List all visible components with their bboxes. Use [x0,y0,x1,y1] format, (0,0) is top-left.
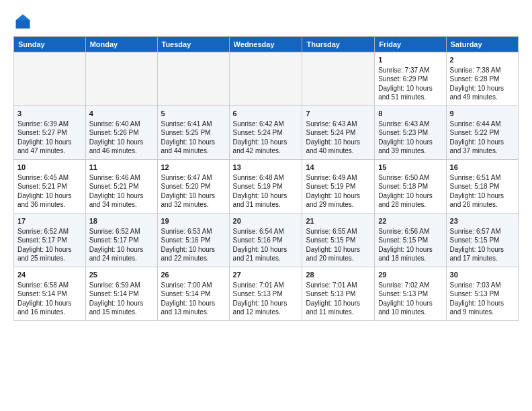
day-info: Sunrise: 6:39 AM Sunset: 5:27 PM Dayligh… [17,120,82,156]
day-info: Sunrise: 7:01 AM Sunset: 5:13 PM Dayligh… [233,281,299,317]
calendar-cell: 18Sunrise: 6:52 AM Sunset: 5:17 PM Dayli… [85,214,157,267]
calendar-cell: 30Sunrise: 7:03 AM Sunset: 5:13 PM Dayli… [446,267,518,321]
day-number: 24 [17,270,82,280]
weekday-header-wednesday: Wednesday [229,37,302,52]
calendar-cell: 9Sunrise: 6:44 AM Sunset: 5:22 PM Daylig… [446,106,518,160]
day-number: 7 [306,109,371,119]
header [13,12,519,31]
calendar-cell: 10Sunrise: 6:45 AM Sunset: 5:21 PM Dayli… [14,160,86,214]
day-number: 3 [17,109,82,119]
calendar-cell [157,52,229,106]
calendar-cell: 12Sunrise: 6:47 AM Sunset: 5:20 PM Dayli… [157,160,229,214]
weekday-header-sunday: Sunday [14,37,86,52]
calendar-cell: 2Sunrise: 7:38 AM Sunset: 6:28 PM Daylig… [446,52,518,106]
weekday-header-row: SundayMondayTuesdayWednesdayThursdayFrid… [14,37,519,52]
day-number: 2 [450,55,515,65]
day-number: 17 [17,216,82,226]
day-number: 26 [161,270,226,280]
week-row-2: 10Sunrise: 6:45 AM Sunset: 5:21 PM Dayli… [14,160,519,214]
week-row-0: 1Sunrise: 7:37 AM Sunset: 6:29 PM Daylig… [14,52,519,106]
day-number: 4 [89,109,154,119]
calendar-cell: 16Sunrise: 6:51 AM Sunset: 5:18 PM Dayli… [446,160,518,214]
day-info: Sunrise: 6:59 AM Sunset: 5:14 PM Dayligh… [89,281,154,317]
day-info: Sunrise: 6:51 AM Sunset: 5:18 PM Dayligh… [450,173,515,210]
calendar-cell: 15Sunrise: 6:50 AM Sunset: 5:18 PM Dayli… [375,160,446,214]
day-info: Sunrise: 6:52 AM Sunset: 5:17 PM Dayligh… [17,227,82,263]
weekday-header-thursday: Thursday [302,37,375,52]
day-info: Sunrise: 6:46 AM Sunset: 5:21 PM Dayligh… [89,173,154,210]
calendar-cell: 26Sunrise: 7:00 AM Sunset: 5:14 PM Dayli… [157,267,229,321]
day-number: 5 [161,109,226,119]
day-number: 10 [17,163,82,173]
day-number: 1 [378,55,442,65]
day-info: Sunrise: 6:49 AM Sunset: 5:19 PM Dayligh… [306,173,371,210]
calendar-cell [229,52,302,106]
day-info: Sunrise: 7:38 AM Sunset: 6:28 PM Dayligh… [450,66,515,102]
calendar-cell: 11Sunrise: 6:46 AM Sunset: 5:21 PM Dayli… [85,160,157,214]
week-row-4: 24Sunrise: 6:58 AM Sunset: 5:14 PM Dayli… [14,267,519,321]
calendar: SundayMondayTuesdayWednesdayThursdayFrid… [13,36,519,321]
day-number: 19 [161,216,226,226]
calendar-cell: 14Sunrise: 6:49 AM Sunset: 5:19 PM Dayli… [302,160,375,214]
day-number: 14 [306,163,371,173]
day-info: Sunrise: 7:03 AM Sunset: 5:13 PM Dayligh… [450,281,515,317]
day-info: Sunrise: 6:40 AM Sunset: 5:26 PM Dayligh… [89,120,154,156]
calendar-cell: 27Sunrise: 7:01 AM Sunset: 5:13 PM Dayli… [229,267,302,321]
day-number: 9 [450,109,515,119]
day-info: Sunrise: 7:37 AM Sunset: 6:29 PM Dayligh… [378,66,442,102]
calendar-cell: 23Sunrise: 6:57 AM Sunset: 5:15 PM Dayli… [446,214,518,267]
day-info: Sunrise: 6:42 AM Sunset: 5:24 PM Dayligh… [233,120,299,156]
day-info: Sunrise: 6:41 AM Sunset: 5:25 PM Dayligh… [161,120,226,156]
calendar-cell: 21Sunrise: 6:55 AM Sunset: 5:15 PM Dayli… [302,214,375,267]
day-number: 29 [378,270,442,280]
day-info: Sunrise: 7:02 AM Sunset: 5:13 PM Dayligh… [378,281,442,317]
day-info: Sunrise: 6:55 AM Sunset: 5:15 PM Dayligh… [306,227,371,263]
day-number: 28 [306,270,371,280]
week-row-3: 17Sunrise: 6:52 AM Sunset: 5:17 PM Dayli… [14,214,519,267]
day-number: 23 [450,216,515,226]
page: SundayMondayTuesdayWednesdayThursdayFrid… [0,0,532,328]
day-number: 21 [306,216,371,226]
calendar-cell: 24Sunrise: 6:58 AM Sunset: 5:14 PM Dayli… [14,267,86,321]
day-number: 12 [161,163,226,173]
day-info: Sunrise: 6:54 AM Sunset: 5:16 PM Dayligh… [233,227,299,263]
weekday-header-friday: Friday [375,37,446,52]
calendar-cell: 25Sunrise: 6:59 AM Sunset: 5:14 PM Dayli… [85,267,157,321]
calendar-cell: 8Sunrise: 6:43 AM Sunset: 5:23 PM Daylig… [375,106,446,160]
calendar-cell: 6Sunrise: 6:42 AM Sunset: 5:24 PM Daylig… [229,106,302,160]
calendar-cell: 1Sunrise: 7:37 AM Sunset: 6:29 PM Daylig… [375,52,446,106]
day-info: Sunrise: 6:43 AM Sunset: 5:24 PM Dayligh… [306,120,371,156]
day-number: 25 [89,270,154,280]
day-info: Sunrise: 7:01 AM Sunset: 5:13 PM Dayligh… [306,281,371,317]
day-info: Sunrise: 6:45 AM Sunset: 5:21 PM Dayligh… [17,173,82,210]
calendar-cell: 22Sunrise: 6:56 AM Sunset: 5:15 PM Dayli… [375,214,446,267]
day-number: 6 [233,109,299,119]
day-info: Sunrise: 6:43 AM Sunset: 5:23 PM Dayligh… [378,120,442,156]
day-info: Sunrise: 6:48 AM Sunset: 5:19 PM Dayligh… [233,173,299,210]
day-info: Sunrise: 6:50 AM Sunset: 5:18 PM Dayligh… [378,173,442,210]
calendar-cell: 4Sunrise: 6:40 AM Sunset: 5:26 PM Daylig… [85,106,157,160]
calendar-cell: 17Sunrise: 6:52 AM Sunset: 5:17 PM Dayli… [14,214,86,267]
day-number: 15 [378,163,442,173]
calendar-cell: 3Sunrise: 6:39 AM Sunset: 5:27 PM Daylig… [14,106,86,160]
day-info: Sunrise: 6:52 AM Sunset: 5:17 PM Dayligh… [89,227,154,263]
calendar-cell: 19Sunrise: 6:53 AM Sunset: 5:16 PM Dayli… [157,214,229,267]
day-info: Sunrise: 6:53 AM Sunset: 5:16 PM Dayligh… [161,227,226,263]
day-number: 11 [89,163,154,173]
calendar-cell: 5Sunrise: 6:41 AM Sunset: 5:25 PM Daylig… [157,106,229,160]
day-info: Sunrise: 6:44 AM Sunset: 5:22 PM Dayligh… [450,120,515,156]
weekday-header-tuesday: Tuesday [157,37,229,52]
calendar-cell: 7Sunrise: 6:43 AM Sunset: 5:24 PM Daylig… [302,106,375,160]
svg-marker-1 [16,15,30,21]
calendar-cell: 20Sunrise: 6:54 AM Sunset: 5:16 PM Dayli… [229,214,302,267]
logo [13,12,35,31]
calendar-cell [14,52,86,106]
day-number: 13 [233,163,299,173]
day-info: Sunrise: 6:57 AM Sunset: 5:15 PM Dayligh… [450,227,515,263]
day-number: 27 [233,270,299,280]
day-number: 30 [450,270,515,280]
day-number: 20 [233,216,299,226]
day-info: Sunrise: 6:58 AM Sunset: 5:14 PM Dayligh… [17,281,82,317]
calendar-cell [85,52,157,106]
day-number: 16 [450,163,515,173]
